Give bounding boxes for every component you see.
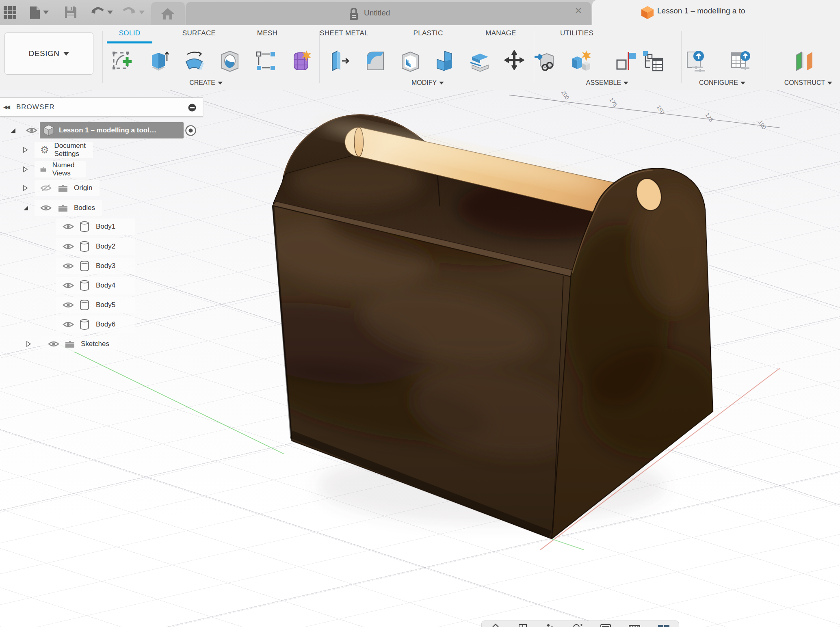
tab-sheet-metal[interactable]: SHEET METAL: [320, 29, 368, 37]
component-table-icon[interactable]: [641, 50, 664, 72]
configure-caret-icon: [740, 82, 745, 84]
document-tab-active[interactable]: Lesson 1 – modelling a to: [592, 0, 840, 25]
root-component-row[interactable]: Lesson 1 – modelling a tool…: [40, 122, 184, 138]
redo-history-caret-icon[interactable]: [139, 11, 145, 14]
3d-scene[interactable]: 200 175 150 125 100: [0, 90, 840, 627]
configuration-table-icon[interactable]: [729, 50, 752, 72]
tree-item-label: Named Views: [52, 161, 78, 177]
browser-header[interactable]: ◀◀ BROWSER: [0, 97, 203, 117]
fillet-icon[interactable]: [364, 50, 387, 72]
joint-icon[interactable]: [615, 50, 637, 72]
display-settings-icon[interactable]: [188, 103, 197, 112]
visibility-eye-icon[interactable]: [63, 223, 74, 230]
visibility-eye-icon[interactable]: [63, 282, 74, 289]
group-construct[interactable]: CONSTRUCT: [784, 79, 832, 86]
body-cylinder-icon: [80, 241, 89, 252]
active-document-title: Lesson 1 – modelling a to: [657, 6, 745, 15]
component-icon: [43, 125, 54, 136]
look-at-icon[interactable]: [517, 623, 528, 627]
redo-icon[interactable]: [122, 6, 136, 19]
collapsed-arrow-icon[interactable]: [26, 341, 31, 347]
body-cylinder-icon: [80, 280, 89, 291]
revolve-icon[interactable]: [183, 50, 206, 72]
navigation-toolbar[interactable]: [481, 621, 679, 627]
save-icon[interactable]: [64, 6, 77, 19]
tab-mesh[interactable]: MESH: [257, 29, 277, 37]
group-modify[interactable]: MODIFY: [411, 79, 444, 86]
tab-manage[interactable]: MANAGE: [485, 29, 516, 37]
activate-component-radio-icon[interactable]: [185, 125, 196, 136]
workspace-caret-icon: [63, 52, 69, 56]
hole-icon[interactable]: [219, 50, 241, 72]
visibility-eye-icon[interactable]: [63, 243, 74, 250]
expand-arrow-icon[interactable]: [23, 205, 29, 211]
visibility-eye-icon[interactable]: [63, 321, 74, 328]
grid-snap-icon[interactable]: [628, 623, 641, 627]
collapsed-arrow-icon[interactable]: [23, 166, 28, 173]
visibility-eye-icon[interactable]: [40, 204, 52, 212]
zoom-icon[interactable]: [572, 623, 582, 627]
undo-history-caret-icon[interactable]: [107, 11, 113, 14]
group-create[interactable]: CREATE: [189, 79, 223, 86]
split-body-icon[interactable]: [469, 50, 491, 72]
file-menu-caret-icon[interactable]: [43, 11, 49, 14]
tree-row-root[interactable]: Lesson 1 – modelling a tool…: [0, 122, 211, 138]
visibility-off-eye-icon[interactable]: [40, 184, 52, 192]
viewports-icon[interactable]: [657, 623, 670, 627]
pattern-icon[interactable]: [254, 50, 277, 72]
root-component-label: Lesson 1 – modelling a tool…: [59, 126, 156, 134]
grid-ruler: 200 175 150 125 100: [509, 90, 779, 131]
create-sketch-icon[interactable]: [110, 50, 133, 72]
move-icon[interactable]: [503, 50, 526, 72]
assemble-caret-icon: [624, 82, 628, 84]
document-tab-untitled[interactable]: Untitled: [186, 2, 591, 25]
3d-viewport[interactable]: 200 175 150 125 100: [0, 90, 840, 627]
app-grid-icon[interactable]: [3, 6, 17, 19]
new-component-icon[interactable]: [570, 50, 593, 72]
press-pull-icon[interactable]: [328, 50, 351, 72]
tab-plastic[interactable]: PLASTIC: [414, 29, 443, 37]
visibility-eye-icon[interactable]: [26, 127, 37, 134]
body-cylinder-icon: [80, 221, 89, 232]
body-cylinder-icon: [80, 319, 89, 330]
workspace-selector[interactable]: DESIGN: [4, 32, 93, 75]
group-configure[interactable]: CONFIGURE: [699, 79, 745, 86]
body-cylinder-icon: [80, 300, 89, 310]
ribbon-separator: [766, 31, 766, 83]
group-assemble[interactable]: ASSEMBLE: [586, 79, 628, 86]
fusion-app-window: Untitled ✕ Lesson 1 – modelling a to DES…: [0, 0, 840, 627]
combine-icon[interactable]: [434, 50, 457, 72]
collapse-panel-icon[interactable]: ◀◀: [3, 104, 9, 110]
ruler-label: 100: [757, 119, 767, 131]
extrude-icon[interactable]: [147, 50, 170, 72]
pan-icon[interactable]: [545, 623, 555, 627]
modify-caret-icon: [439, 82, 444, 84]
home-tab[interactable]: [151, 2, 185, 25]
configure-icon[interactable]: [684, 50, 707, 72]
collapsed-arrow-icon[interactable]: [23, 185, 28, 191]
form-icon[interactable]: [289, 50, 312, 72]
component-cube-icon: [641, 6, 654, 19]
close-tab-icon[interactable]: ✕: [572, 6, 585, 16]
lock-icon: [349, 8, 359, 21]
ribbon-separator: [681, 31, 682, 83]
tab-solid[interactable]: SOLID: [119, 29, 141, 37]
tab-surface[interactable]: SURFACE: [182, 29, 216, 37]
tree-item-label: Sketches: [81, 340, 109, 348]
tab-utilities[interactable]: UTILITIES: [560, 29, 593, 37]
display-settings-nav-icon[interactable]: [600, 623, 612, 627]
file-new-icon[interactable]: [29, 6, 41, 19]
construct-plane-icon[interactable]: [792, 50, 815, 72]
undo-icon[interactable]: [90, 6, 105, 19]
active-tab-underline: [107, 41, 152, 43]
shell-icon[interactable]: [399, 50, 422, 72]
collapsed-arrow-icon[interactable]: [23, 147, 28, 153]
body-label: Body1: [96, 223, 115, 231]
visibility-eye-icon[interactable]: [63, 301, 74, 309]
expand-arrow-icon[interactable]: [10, 128, 16, 134]
orbit-icon[interactable]: [490, 623, 501, 627]
body-label: Body4: [96, 281, 115, 290]
visibility-eye-icon[interactable]: [48, 340, 59, 348]
visibility-eye-icon[interactable]: [63, 262, 74, 270]
insert-derive-icon[interactable]: [533, 50, 556, 72]
